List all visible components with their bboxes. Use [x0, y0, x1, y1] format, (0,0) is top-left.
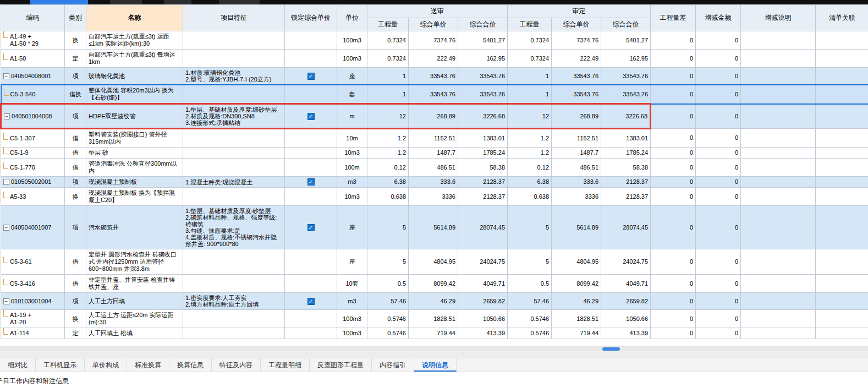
cell-qty-diff[interactable]: 0	[651, 177, 696, 188]
cell-unit[interactable]: 100m3	[337, 31, 367, 50]
bottom-tab[interactable]: 内容指引	[372, 358, 414, 372]
cell-unit[interactable]: 10套	[337, 275, 367, 293]
cell-list-link[interactable]	[816, 249, 868, 275]
cell-qty-diff[interactable]: 0	[651, 104, 696, 129]
cell-features[interactable]	[183, 310, 285, 328]
cell-features[interactable]: 1.密实度要求:人工夯实 2.填方材料品种:原土方回填	[183, 293, 285, 310]
cell-qty-diff[interactable]: 0	[651, 293, 696, 310]
cell-submit-total[interactable]: 33543.76	[458, 68, 508, 85]
cell-name[interactable]: 人工回填土 松填	[86, 328, 183, 339]
cell-features[interactable]: 1.垫层、基础材质及厚度:细砂垫层 2.材质及规格:DN300,SN8 3.连接…	[183, 104, 285, 129]
cell-diff-note[interactable]	[741, 50, 816, 68]
cell-submit-total[interactable]: 58.38	[458, 159, 508, 177]
cell-approve-total[interactable]: 28074.45	[601, 206, 651, 249]
cell-submit-qty[interactable]: 0.7324	[367, 31, 409, 50]
cell-approve-total[interactable]: 413.39	[601, 328, 651, 339]
cell-submit-price[interactable]: 33543.76	[409, 68, 458, 85]
cell-category[interactable]: 换	[65, 188, 86, 206]
cell-list-link[interactable]	[816, 68, 868, 85]
cell-lock[interactable]: ✓	[285, 68, 337, 85]
cell-approve-qty[interactable]: 1.2	[508, 129, 552, 148]
cell-lock[interactable]	[285, 188, 337, 206]
cell-qty-diff[interactable]: 0	[651, 328, 696, 339]
cell-submit-qty[interactable]: 5	[367, 249, 409, 275]
cell-diff-note[interactable]	[741, 293, 816, 310]
cell-category[interactable]: 项	[65, 206, 86, 249]
collapse-icon[interactable]: −	[3, 179, 9, 185]
cell-features[interactable]: 1.材质:玻璃钢化粪池 2.型号、规格:YJBH-7-I (20立方)	[183, 68, 285, 85]
cell-submit-total[interactable]: 1050.66	[458, 310, 508, 328]
cell-approve-total[interactable]: 33543.76	[601, 68, 651, 85]
cell-amount-diff[interactable]: 0	[696, 85, 741, 104]
cell-category[interactable]: 项	[65, 177, 86, 188]
cell-submit-total[interactable]: 3226.68	[458, 104, 508, 129]
cell-submit-price[interactable]: 1487.7	[409, 148, 458, 159]
cell-submit-price[interactable]: 33543.76	[409, 85, 458, 104]
col-group-submit[interactable]: 送审	[367, 5, 508, 18]
cell-approve-qty[interactable]: 0.5746	[508, 328, 552, 339]
cell-approve-price[interactable]: 1152.51	[552, 129, 601, 148]
cell-submit-total[interactable]: 5401.27	[458, 31, 508, 50]
cell-lock[interactable]: ✓	[285, 206, 337, 249]
cell-qty-diff[interactable]: 0	[651, 159, 696, 177]
cell-amount-diff[interactable]: 0	[696, 249, 741, 275]
cell-features[interactable]	[183, 50, 285, 68]
cell-submit-qty[interactable]: 1.2	[367, 129, 409, 148]
cell-code[interactable]: A1-19 + A1-20	[1, 310, 65, 328]
col-header-diff-note[interactable]: 增减说明	[741, 5, 816, 31]
bottom-tab[interactable]: 工程量明细	[261, 358, 310, 372]
cell-features[interactable]	[183, 188, 285, 206]
cell-approve-qty[interactable]: 0.5746	[508, 310, 552, 328]
cell-name[interactable]: 塑料管安装(胶圈接口) 管外径315mm以内	[86, 129, 183, 148]
cell-category[interactable]: 借	[65, 275, 86, 293]
cell-submit-qty[interactable]: 0.5746	[367, 310, 409, 328]
cell-code[interactable]: A1-49 + A1-50 * 29	[1, 31, 65, 50]
cell-submit-price[interactable]: 4804.95	[409, 249, 458, 275]
cell-approve-qty[interactable]: 12	[508, 104, 552, 129]
bottom-tab[interactable]: 工料机显示	[36, 358, 85, 372]
cell-name[interactable]: 现浇混凝土预制板	[86, 177, 183, 188]
cell-name[interactable]: 管道消毒冲洗 公称直径300mm以内	[86, 159, 183, 177]
collapse-icon[interactable]: −	[3, 73, 9, 79]
cell-qty-diff[interactable]: 0	[651, 148, 696, 159]
cell-name[interactable]: 整体化粪池 容积20m3以内 换为【石砂(细)】	[86, 85, 183, 104]
cell-submit-qty[interactable]: 0.638	[367, 188, 409, 206]
cell-approve-price[interactable]: 3336	[552, 188, 601, 206]
cell-approve-price[interactable]: 5614.89	[552, 206, 601, 249]
bottom-tab[interactable]: 反查图形工程量	[310, 358, 372, 372]
cell-name[interactable]: 污水砌筑井	[86, 206, 183, 249]
lock-checkbox-checked-icon[interactable]: ✓	[307, 298, 315, 305]
cell-code[interactable]: A1-50	[1, 50, 65, 68]
col-subheader-approve-price[interactable]: 综合单价	[552, 18, 601, 31]
cell-qty-diff[interactable]: 0	[651, 188, 696, 206]
cell-unit[interactable]: 10m3	[337, 148, 367, 159]
cell-submit-price[interactable]: 46.29	[409, 293, 458, 310]
cell-submit-price[interactable]: 8099.42	[409, 275, 458, 293]
cell-submit-qty[interactable]: 12	[367, 104, 409, 129]
cell-submit-price[interactable]: 486.51	[409, 159, 458, 177]
cell-features[interactable]: 1.混凝土种类:现浇混凝土	[183, 177, 285, 188]
cell-diff-note[interactable]	[741, 129, 816, 148]
cell-approve-price[interactable]: 4804.95	[552, 249, 601, 275]
cell-amount-diff[interactable]: 0	[696, 104, 741, 129]
cell-list-link[interactable]	[816, 85, 868, 104]
cell-approve-total[interactable]: 5401.27	[601, 31, 651, 50]
cell-qty-diff[interactable]: 0	[651, 68, 696, 85]
cell-unit[interactable]: 座	[337, 206, 367, 249]
cell-submit-qty[interactable]: 57.46	[367, 293, 409, 310]
cell-submit-total[interactable]: 24024.75	[458, 249, 508, 275]
cell-amount-diff[interactable]: 0	[696, 177, 741, 188]
col-header-lock[interactable]: 锁定综合单价	[285, 5, 337, 31]
lock-checkbox-checked-icon[interactable]: ✓	[307, 73, 315, 80]
cell-list-link[interactable]	[816, 31, 868, 50]
cell-list-link[interactable]	[816, 50, 868, 68]
cell-approve-total[interactable]: 2128.37	[601, 177, 651, 188]
cell-amount-diff[interactable]: 0	[696, 206, 741, 249]
cell-submit-qty[interactable]: 0.5	[367, 275, 409, 293]
cell-qty-diff[interactable]: 0	[651, 129, 696, 148]
cell-submit-price[interactable]: 719.44	[409, 328, 458, 339]
cell-unit[interactable]: 100m3	[337, 50, 367, 68]
bottom-tab[interactable]: 单价构成	[85, 358, 127, 372]
cell-diff-note[interactable]	[741, 177, 816, 188]
col-header-amount-diff[interactable]: 增减金额	[696, 5, 741, 31]
